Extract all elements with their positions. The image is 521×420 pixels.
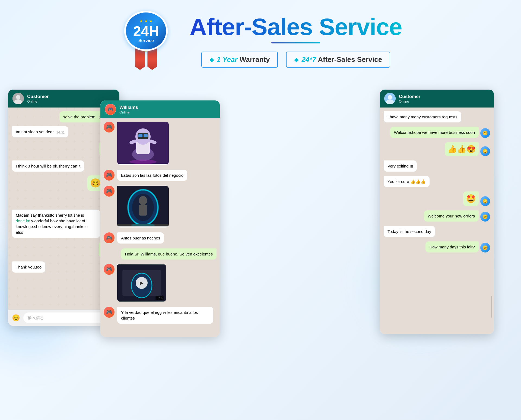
msg-row: 👍	[12, 242, 116, 258]
bubble-sent: Welcome your new orders	[424, 210, 479, 222]
warranty-rest-2: After-Sales Service	[318, 55, 382, 64]
warranty-text-2: 24*7 After-Sales Service	[301, 55, 382, 64]
bubble-received: I think 3 hour will be ok.sherry can it	[12, 160, 84, 172]
badge-container: ★ ★ ★ 24H Service	[119, 11, 173, 71]
diamond-icon-1: ◆	[209, 56, 214, 63]
msg-text: solve the problem	[63, 115, 95, 119]
msg-row: solve the problem 07:30 ✓✓	[12, 111, 116, 122]
msg-row: Very exiting !!!	[384, 160, 490, 172]
diamond-icon-2: ◆	[294, 56, 299, 63]
msg-row: Yes for sure 👍👍👍	[384, 176, 490, 187]
msg-row: Hola Sr. Williams, que bueno. Se ven exc…	[104, 248, 217, 260]
msg-row: 👍👍😍 😊	[384, 142, 490, 156]
chat-messages-middle: 🎮	[100, 118, 220, 337]
chat-header-right: Customer Online	[380, 90, 494, 108]
link-text: done.im	[16, 219, 30, 223]
warranty-highlight-2: 24*7	[301, 55, 316, 64]
sender-avatar-right: 😊	[480, 243, 490, 252]
image-bubble	[117, 122, 169, 165]
warranty-badge-247: ◆ 24*7 After-Sales Service	[286, 52, 390, 68]
chat-status-middle: Online	[119, 110, 215, 114]
svg-rect-8	[138, 134, 142, 137]
msg-row: Madam say thanks!to sherry lot.she is do…	[12, 210, 116, 238]
bubble-received: Yes for sure 👍👍👍	[384, 176, 430, 187]
bubble-sent: How many days this fair?	[425, 241, 479, 252]
svg-rect-18	[139, 205, 147, 216]
chat-input-field[interactable]: 输入信息	[23, 312, 105, 323]
msg-row: 😊 07:47	[12, 175, 116, 191]
sender-avatar: 🎮	[104, 307, 115, 318]
video-bubble: ▶ 0:19	[117, 264, 166, 302]
bubble-emoji: 👍👍😍	[445, 142, 479, 156]
bubble-sent: Welcome.hope we have more business soon	[390, 127, 479, 138]
bubble-received: Today is the second day	[384, 226, 435, 237]
bubble-sent: Hola Sr. Williams, que bueno. Se ven exc…	[121, 248, 217, 260]
warranty-badge-1year: ◆ 1 Year Warranty	[201, 52, 278, 68]
vr-image-1	[117, 122, 169, 164]
contact-avatar-img: 🎮	[105, 104, 116, 115]
msg-text: Madam say thanks!to sherry lot.she is	[16, 213, 84, 217]
ribbon-left	[135, 48, 145, 70]
chat-contact-name-left: Customer	[27, 94, 115, 99]
msg-text: Im not sleep yet dear	[16, 130, 54, 134]
chat-contact-name-right: Customer	[399, 94, 490, 99]
bubble-received: Madam say thanks!to sherry lot.she is do…	[12, 210, 100, 238]
badge-ribbon	[135, 48, 157, 71]
svg-point-17	[139, 196, 147, 205]
chat-avatar-middle: 🎮	[105, 104, 116, 115]
msg-row: I have many many customers requests	[384, 111, 490, 122]
msg-row: 😂	[12, 141, 116, 157]
star-icon: ★	[139, 18, 143, 24]
warranty-text-1: 1 Year Warranty	[217, 55, 270, 64]
msg-row: ok	[12, 195, 116, 206]
msg-row: Thank you,too	[12, 261, 116, 273]
warranty-highlight-1: 1 Year	[217, 55, 238, 64]
badge-hours: 24H	[133, 24, 159, 38]
title-underline	[271, 42, 320, 43]
chat-avatar-left	[12, 93, 24, 104]
bubble-received: Antes buenas noches	[117, 232, 164, 244]
main-title: After-Sales Service	[189, 14, 402, 40]
msg-row: 🎮 Y la verdad que el egg vr les encanta …	[104, 307, 217, 324]
play-button[interactable]: ▶	[136, 277, 148, 289]
chat-status-right: Online	[399, 99, 490, 103]
chat-header-info-middle: Williams Online	[119, 105, 215, 114]
msg-time: 07:32	[57, 131, 65, 135]
msg-row: Welcome your new orders 😊	[384, 210, 490, 222]
chat-window-middle: 🎮 Williams Online 🎮	[100, 100, 220, 337]
warranty-badges: ◆ 1 Year Warranty ◆ 24*7 After-Sales Ser…	[201, 52, 390, 68]
bubble-received: Im not sleep yet dear 07:32	[12, 126, 68, 137]
chat-messages-right: I have many many customers requests Welc…	[380, 108, 494, 334]
chats-section: Customer Online solve the problem 07:30 …	[0, 84, 521, 342]
svg-rect-9	[144, 134, 148, 137]
sender-avatar: 🎮	[104, 186, 115, 197]
msg-row: Im not sleep yet dear 07:32	[12, 126, 116, 137]
chat-header-info-right: Customer Online	[399, 94, 490, 103]
scrollbar[interactable]	[491, 296, 492, 318]
header-section: ★ ★ ★ 24H Service After-Sales Service ◆ …	[0, 0, 521, 79]
msg-row: 🎮 Estas son las las fotos del negocio	[104, 170, 217, 181]
badge-service-label: Service	[138, 38, 154, 43]
bubble-received: Very exiting !!!	[384, 160, 417, 172]
sender-avatar-right: 😊	[480, 212, 490, 222]
msg-row: How many days this fair? 😊	[384, 241, 490, 252]
msg-row: Welcome.hope we have more business soon …	[384, 127, 490, 138]
chat-window-right: Customer Online I have many many custome…	[380, 90, 494, 334]
chat-avatar-right	[384, 93, 396, 104]
image-bubble-2	[117, 186, 169, 228]
bubble-emoji: 🤩	[463, 191, 479, 206]
msg-row: 🎮 Antes buenas noches	[104, 232, 217, 244]
star-icon: ★	[149, 18, 153, 24]
msg-text: I think 3 hour will be ok.sherry can it	[16, 164, 80, 168]
video-duration: 0:19	[155, 296, 164, 300]
sender-avatar-right: 😊	[480, 146, 490, 156]
svg-point-1	[16, 95, 20, 99]
msg-row: 🤩 😊	[384, 191, 490, 206]
warranty-rest-1: Warranty	[240, 55, 270, 64]
msg-row-image: 🎮	[104, 122, 217, 165]
emoji-icon[interactable]: 😊	[12, 314, 20, 322]
vr-image-2	[117, 186, 169, 226]
sender-avatar-right: 😊	[480, 128, 490, 138]
msg-row: Today is the second day	[384, 226, 490, 237]
sender-avatar: 🎮	[104, 264, 115, 275]
